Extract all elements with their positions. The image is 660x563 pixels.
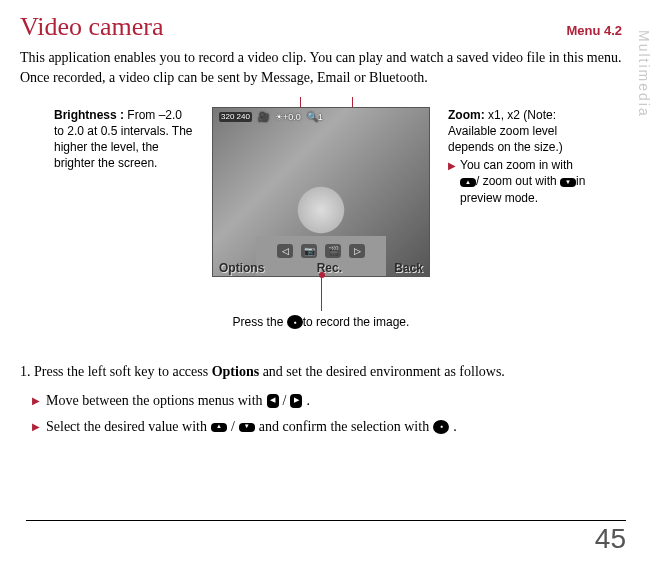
osd-mode-camera-icon: 📷 [301,244,317,258]
bullet-icon: ▶ [448,159,456,173]
step-1: 1. Press the left soft key to access Opt… [20,361,622,383]
key-down-icon [560,178,576,187]
menu-badge: Menu 4.2 [566,23,622,38]
zoom-label: Zoom: [448,108,485,122]
softkey-back[interactable]: Back [394,261,423,275]
zoom-note: Zoom: x1, x2 (Note: Available zoom level… [448,107,588,277]
options-bold: Options [212,364,259,379]
step-bullet-select: ▶ Select the desired value with / and co… [32,416,622,438]
key-up-icon [211,423,227,432]
osd-mode-video-icon: 🎬 [325,244,341,258]
footer-rule [26,520,626,521]
brightness-label: Brightness : [54,108,124,122]
key-ok-icon [287,315,303,329]
instruction-steps: 1. Press the left soft key to access Opt… [20,361,622,438]
key-right-icon [290,394,302,408]
key-left-icon [267,394,279,408]
camera-preview: 320 240 🎥 ☀+0.0 🔍1 ◁ 📷 🎬 ▷ Options Rec. … [212,107,430,277]
page-footer: 45 [595,523,626,555]
page-header: Video camera Menu 4.2 [20,12,622,42]
osd-top-bar: 320 240 🎥 ☀+0.0 🔍1 [219,112,423,122]
intro-text: This application enables you to record a… [20,48,622,89]
record-hint: Press the to record the image. [20,315,622,330]
side-tab-multimedia: Multimedia [636,30,652,118]
preview-screen: 320 240 🎥 ☀+0.0 🔍1 ◁ 📷 🎬 ▷ Options Rec. … [212,107,430,277]
key-ok-icon [433,420,449,434]
page-number: 45 [595,523,626,555]
osd-resolution: 320 240 [219,112,252,122]
osd-bottom-bar: ◁ 📷 🎬 ▷ [213,244,429,258]
osd-exposure: ☀+0.0 [275,112,301,122]
page-title: Video camera [20,12,164,42]
callout-record [321,275,322,311]
step-bullet-move: ▶ Move between the options menus with / … [32,390,622,412]
softkey-options[interactable]: Options [219,261,264,275]
osd-nav-right-icon: ▷ [349,244,365,258]
bullet-icon: ▶ [32,419,40,435]
camera-diagram: Brightness : From –2.0 to 2.0 at 0.5 int… [20,107,622,277]
osd-nav-left-icon: ◁ [277,244,293,258]
osd-zoom-indicator: 🔍1 [307,112,323,122]
key-up-icon [460,178,476,187]
key-down-icon [239,423,255,432]
osd-video-icon: 🎥 [258,112,269,122]
brightness-note: Brightness : From –2.0 to 2.0 at 0.5 int… [54,107,194,277]
bullet-icon: ▶ [32,393,40,409]
preview-image-placeholder [213,156,429,276]
zoom-sub-text: You can zoom in with / zoom out with in … [460,157,588,206]
